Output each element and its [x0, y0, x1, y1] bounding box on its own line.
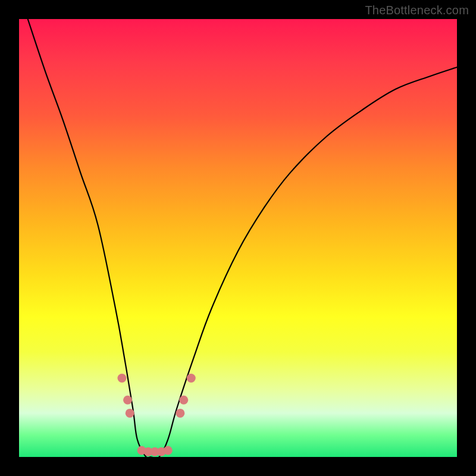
highlight-dot: [179, 396, 188, 405]
highlight-dot: [187, 374, 196, 383]
chart-svg: [19, 19, 457, 457]
highlight-dot: [123, 396, 132, 405]
outer-frame: TheBottleneck.com: [0, 0, 476, 476]
highlight-dot: [176, 409, 184, 418]
highlight-dot: [164, 446, 173, 455]
highlight-dot: [126, 409, 134, 418]
plot-area: [19, 19, 457, 457]
watermark-text: TheBottleneck.com: [365, 4, 469, 17]
highlight-dot: [117, 374, 126, 383]
bottleneck-curve: [28, 19, 457, 458]
